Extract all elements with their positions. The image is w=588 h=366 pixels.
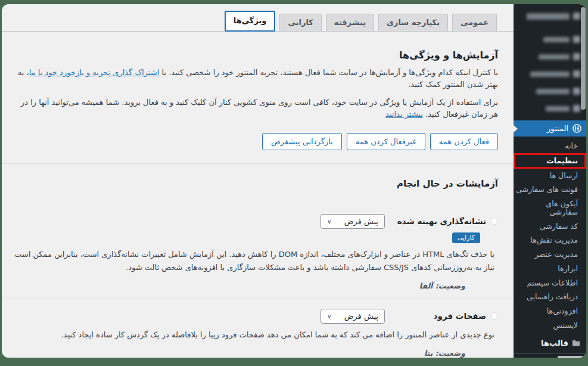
scrollbar-thumb[interactable] bbox=[581, 7, 586, 110]
sidebar-item-tools[interactable]: ابزارها bbox=[514, 262, 586, 276]
tab-features-active[interactable]: ویژگی‌ها bbox=[225, 11, 276, 32]
intro-text-before: با کنترل اینکه کدام ویژگی‌ها و آزمایش‌ها… bbox=[159, 68, 498, 77]
sidebar-item-submissions[interactable]: ارسال ها bbox=[514, 169, 586, 183]
learn-more-link[interactable]: بیشتر بدانید bbox=[385, 110, 423, 119]
experiment-state-indicator bbox=[491, 312, 498, 320]
experiment-state-indicator bbox=[491, 218, 498, 225]
experiment-status: وضعیت: آلفا bbox=[11, 281, 465, 290]
experiment-state-select[interactable]: پیش فرض bbox=[321, 214, 385, 229]
screenshot-frame: عمومی یکپارچه سازی پیشرفته کارایی ویژگی‌… bbox=[0, 0, 588, 366]
ongoing-experiments-title: آزمایشات در حال انجام bbox=[11, 178, 498, 189]
tab-performance[interactable]: کارایی bbox=[279, 14, 321, 31]
tab-advanced[interactable]: پیشرفته bbox=[326, 14, 374, 31]
menu-icon bbox=[573, 13, 580, 20]
sidebar-item-custom-fonts[interactable]: فونت های سفارشی bbox=[514, 182, 586, 197]
sidebar-item-custom-icons[interactable]: آیکون های سفارشی bbox=[514, 197, 586, 219]
sidebar-item-role-manager[interactable]: مدیریت نقش‌ها bbox=[514, 233, 586, 247]
experiment-title: صفحات فرود bbox=[434, 311, 486, 321]
redacted-menu-item[interactable] bbox=[514, 13, 586, 20]
sidebar-item-element-manager[interactable]: مدیریت عنصر bbox=[514, 247, 586, 262]
sidebar-item-settings[interactable]: تنظیمات bbox=[514, 153, 586, 169]
redacted-menu-item[interactable] bbox=[514, 88, 586, 95]
wp-admin-window: عمومی یکپارچه سازی پیشرفته کارایی ویژگی‌… bbox=[2, 4, 586, 358]
menu-icon bbox=[573, 70, 580, 77]
sidebar-item-label: المنتور bbox=[547, 124, 568, 133]
share-feedback-link[interactable]: اشتراک گذاری تجربه و بازخورد خود با ما bbox=[29, 68, 160, 77]
chevron-down-icon bbox=[327, 313, 331, 320]
menu-icon bbox=[573, 105, 580, 112]
section-divider bbox=[2, 163, 514, 164]
elementor-logo-icon bbox=[573, 124, 581, 133]
plugins-tag-label: PLUGINS bbox=[558, 356, 583, 358]
tab-integrations[interactable]: یکپارچه سازی bbox=[378, 14, 448, 31]
elementor-submenu: خانه تنظیمات ارسال ها فونت های سفارشی آی… bbox=[514, 139, 586, 333]
selected-option-label: پیش فرض bbox=[344, 217, 378, 226]
sidebar-item-elementor[interactable]: المنتور bbox=[514, 120, 586, 137]
sidebar-item-templates[interactable]: قالب‌ها bbox=[514, 334, 586, 351]
performance-badge: کارایی bbox=[452, 232, 480, 243]
main-content: عمومی یکپارچه سازی پیشرفته کارایی ویژگی‌… bbox=[2, 4, 514, 358]
current-menu-arrow-icon bbox=[514, 125, 518, 132]
sidebar-item-custom-code[interactable]: کد سفارشی bbox=[514, 219, 586, 234]
experiment-title: نشانه‌گذاری بهینه شده bbox=[397, 216, 486, 226]
experiment-status: وضعیت: بتا bbox=[11, 349, 465, 358]
deactivate-all-button[interactable]: غیرفعال کردن همه bbox=[347, 133, 425, 150]
restore-default-button[interactable]: بازگردانی پیشفرض bbox=[262, 133, 342, 150]
chevron-down-icon bbox=[327, 218, 331, 225]
redacted-menu-item[interactable] bbox=[514, 70, 586, 77]
experiment-row-landing-pages: صفحات فرود پیش فرض نوع جدیدی از عناصر ال… bbox=[11, 299, 498, 358]
menu-icon bbox=[573, 53, 580, 60]
sidebar-item-label: قالب‌ها bbox=[541, 339, 568, 348]
redacted-menu-group bbox=[514, 4, 586, 112]
wp-admin-sidebar: المنتور خانه تنظیمات ارسال ها فونت های س… bbox=[514, 4, 586, 358]
experiment-description: نوع جدیدی از عناصر المنتور را اضافه می ک… bbox=[14, 328, 494, 342]
sidebar-divider bbox=[514, 353, 586, 354]
intro-paragraph: با کنترل اینکه کدام ویژگی‌ها و آزمایش‌ها… bbox=[11, 67, 498, 91]
features-panel: آزمایش‌ها و ویژگی‌ها با کنترل اینکه کدام… bbox=[2, 32, 514, 358]
usage-paragraph: برای استفاده از یک آزمایش یا ویژگی در سا… bbox=[11, 97, 498, 120]
activate-all-button[interactable]: فعال کردن همه bbox=[430, 133, 498, 150]
sidebar-item-home[interactable]: خانه bbox=[514, 139, 586, 153]
selected-option-label: پیش فرض bbox=[344, 312, 378, 321]
redacted-menu-item[interactable] bbox=[514, 36, 586, 43]
bulk-actions-row: فعال کردن همه غیرفعال کردن همه بازگردانی… bbox=[11, 133, 498, 150]
usage-text: برای استفاده از یک آزمایش یا ویژگی در سا… bbox=[21, 98, 498, 119]
menu-icon bbox=[573, 36, 580, 43]
settings-tabbar: عمومی یکپارچه سازی پیشرفته کارایی ویژگی‌… bbox=[2, 4, 514, 32]
page-title: آزمایش‌ها و ویژگی‌ها bbox=[11, 49, 498, 61]
experiment-state-select[interactable]: پیش فرض bbox=[321, 309, 385, 324]
sidebar-item-system-info[interactable]: اطلاعات سیستم bbox=[514, 276, 586, 290]
folder-icon bbox=[572, 339, 580, 346]
redacted-menu-item[interactable] bbox=[514, 105, 586, 112]
sidebar-item-license[interactable]: لایسنس bbox=[514, 318, 586, 333]
tab-general[interactable]: عمومی bbox=[452, 14, 497, 31]
experiment-description: با حذف تگ‌های HTML در عناصر و ابزارک‌های… bbox=[14, 248, 494, 274]
sidebar-item-get-help[interactable]: دریافت راهنمایی bbox=[514, 290, 586, 304]
experiment-row-optimized-markup: نشانه‌گذاری بهینه شده پیش فرض کارایی با … bbox=[11, 204, 498, 290]
redacted-menu-item[interactable] bbox=[514, 53, 586, 60]
sidebar-item-addons[interactable]: افزودنی‌ها bbox=[514, 304, 586, 318]
menu-icon bbox=[573, 88, 580, 95]
